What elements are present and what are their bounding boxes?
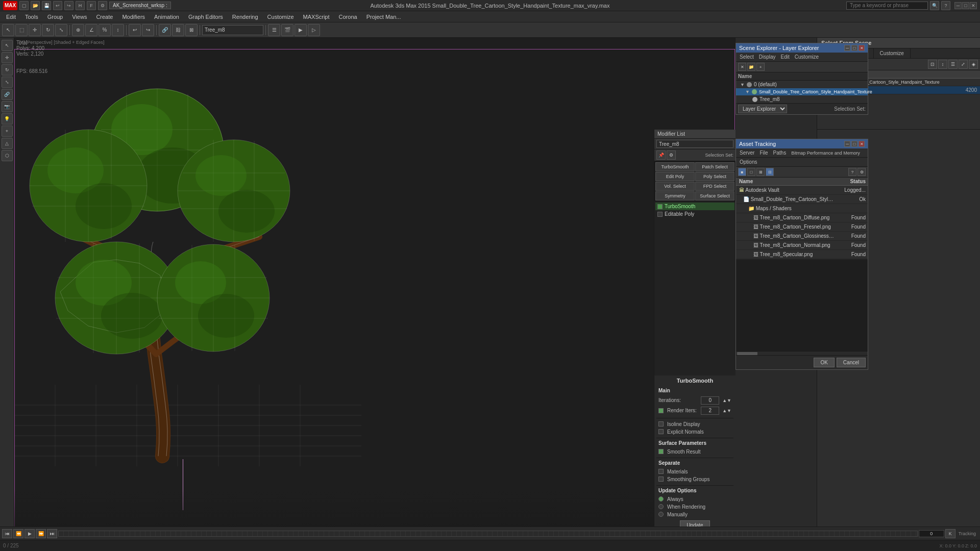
at-row-fresnel[interactable]: 🖼 Tree_m8_Cartoon_Fresnel.png Found <box>736 222 868 232</box>
maximize-btn[interactable]: □ <box>962 2 969 9</box>
lt-move[interactable]: ✛ <box>2 52 13 63</box>
close-btn[interactable]: ✕ <box>970 2 977 9</box>
se-menu-display[interactable]: Display <box>757 54 777 60</box>
scale-btn[interactable]: ⤡ <box>55 24 67 36</box>
at-menu-server[interactable]: Server <box>738 149 756 156</box>
anim-prev-frame[interactable]: ⏪ <box>13 529 23 538</box>
se-menu-select[interactable]: Select <box>738 54 755 60</box>
at-btn2[interactable]: □ <box>747 168 755 176</box>
spinner-snap-btn[interactable]: ↕ <box>112 24 124 36</box>
mod-btn-symmetry[interactable]: Symmetry <box>655 191 695 201</box>
menu-views[interactable]: Views <box>68 13 91 21</box>
at-btn1[interactable]: ■ <box>738 168 746 176</box>
se-folder-icon[interactable]: 📁 <box>747 63 755 71</box>
se-item-tree-m8[interactable]: Tree_m8 <box>736 95 868 103</box>
at-row-normal[interactable]: 🖼 Tree_m8_Cartoon_Normal.png Found <box>736 241 868 250</box>
at-maximize-btn[interactable]: □ <box>851 141 857 147</box>
lt-link[interactable]: 🔗 <box>2 89 13 100</box>
at-row-diffuse[interactable]: 🖼 Tree_m8_Cartoon_Diffuse.png Found <box>736 213 868 222</box>
lt-camera[interactable]: 📷 <box>2 101 13 112</box>
ts-iterations-input[interactable] <box>701 396 719 405</box>
anim-next-frame[interactable]: ⏩ <box>36 529 46 538</box>
filename-btn[interactable]: AK_Screenshot_wrksp : <box>109 2 171 9</box>
menu-customize[interactable]: Customize <box>263 13 298 21</box>
tb-new[interactable]: ▢ <box>19 1 29 10</box>
anim-play[interactable]: ▶ <box>24 529 35 538</box>
tb-fetch[interactable]: F <box>87 1 96 10</box>
ts-render-check[interactable] <box>658 408 664 413</box>
bind-btn[interactable]: ⊠ <box>185 24 198 36</box>
se-close-icon[interactable]: ✕ <box>738 63 746 71</box>
tb-save[interactable]: 💾 <box>42 1 51 10</box>
keyword-search[interactable] <box>846 2 928 10</box>
lt-scale[interactable]: ⤡ <box>2 77 13 88</box>
at-settings-btn[interactable]: ⚙ <box>857 168 866 176</box>
mod-btn-volselect[interactable]: Vol. Select <box>655 182 695 191</box>
lt-geo[interactable]: ⬡ <box>2 150 13 161</box>
at-help-btn[interactable]: ? <box>848 168 856 176</box>
angle-snap-btn[interactable]: ∠ <box>85 24 97 36</box>
help-icon[interactable]: ? <box>941 1 950 10</box>
anim-track[interactable] <box>58 531 918 537</box>
at-menu-bitmap[interactable]: Bitmap Performance and Memory <box>790 150 862 156</box>
mod-btn-patchselect[interactable]: Patch Select <box>695 162 734 171</box>
se-close-btn[interactable]: ✕ <box>859 45 865 51</box>
menu-maxscript[interactable]: MAXScript <box>299 13 334 21</box>
anim-key-mode[interactable]: K <box>945 529 955 538</box>
at-close-btn[interactable]: ✕ <box>859 141 865 147</box>
mod-btn-editpoly[interactable]: Edit Poly <box>655 172 695 181</box>
menu-edit[interactable]: Edit <box>2 13 20 21</box>
at-btn3[interactable]: ⊞ <box>756 168 765 176</box>
ts-sg-check[interactable] <box>658 477 664 482</box>
lt-helpers[interactable]: + <box>2 126 13 137</box>
unlink-btn[interactable]: ⛓ <box>172 24 184 36</box>
se-add-icon[interactable]: + <box>756 63 765 71</box>
mod-btn-surfaceselect[interactable]: Surface Select <box>695 191 734 201</box>
mod-btn-polyselect[interactable]: Poly Select <box>695 172 734 181</box>
st-col-filter[interactable]: ☰ <box>948 60 958 69</box>
lt-shapes[interactable]: △ <box>2 138 13 149</box>
lt-select[interactable]: ↖ <box>2 40 13 51</box>
at-row-vault[interactable]: 🏛 Autodesk Vault Logged... <box>736 186 868 195</box>
rotate-btn[interactable]: ↻ <box>42 24 54 36</box>
anim-goto-start[interactable]: ⏮ <box>2 529 12 538</box>
tb-redo[interactable]: ↪ <box>64 1 74 10</box>
render-prod-btn[interactable]: ▷ <box>308 24 320 36</box>
at-row-specular[interactable]: 🖼 Tree_m8_Specular.png Found <box>736 250 868 259</box>
at-scrollbar[interactable] <box>736 351 868 355</box>
menu-project-man[interactable]: Project Man... <box>362 13 405 21</box>
at-cancel-btn[interactable]: Cancel <box>837 358 866 367</box>
at-row-maps[interactable]: 📁 Maps / Shaders <box>736 204 868 213</box>
render-setup-btn[interactable]: 🎬 <box>281 24 293 36</box>
select-region-btn[interactable]: ⬚ <box>15 24 28 36</box>
ts-rendering-radio[interactable] <box>658 504 664 509</box>
ts-always-radio[interactable] <box>658 496 664 502</box>
at-ok-btn[interactable]: OK <box>814 358 834 367</box>
minimize-btn[interactable]: ─ <box>954 2 962 9</box>
mod-item-editpoly[interactable]: Editable Poly <box>655 210 734 218</box>
at-row-scene[interactable]: 📄 Small_Double_Tree_Cartoon_Style_Handpa… <box>736 195 868 204</box>
st-highlight[interactable]: ◈ <box>969 60 978 69</box>
menu-group[interactable]: Group <box>43 13 67 21</box>
mod-pin-btn[interactable]: 📌 <box>656 151 666 160</box>
menu-graph-editors[interactable]: Graph Editors <box>184 13 227 21</box>
at-menu-options[interactable]: Options <box>738 159 758 165</box>
at-menu-file[interactable]: File <box>758 149 769 156</box>
layer-btn[interactable]: ☰ <box>268 24 280 36</box>
tb-hold[interactable]: H <box>76 1 85 10</box>
menu-corona[interactable]: Corona <box>335 13 361 21</box>
tb-open[interactable]: 📂 <box>31 1 40 10</box>
menu-animation[interactable]: Animation <box>150 13 183 21</box>
snaps-btn[interactable]: ⊕ <box>72 24 84 36</box>
menu-create[interactable]: Create <box>92 13 117 21</box>
mod-btn-fpdselect[interactable]: FPD Select <box>695 182 734 191</box>
tb-settings[interactable]: ⚙ <box>98 1 107 10</box>
mod-item-turbosm[interactable]: TurboSmooth <box>655 203 734 210</box>
menu-modifiers[interactable]: Modifiers <box>118 13 149 21</box>
mod-check-turbosm[interactable] <box>657 204 663 209</box>
st-sort[interactable]: ↕ <box>938 60 947 69</box>
at-menu-paths[interactable]: Paths <box>772 149 788 156</box>
mod-name-input[interactable] <box>656 140 733 148</box>
se-menu-customize[interactable]: Customize <box>793 54 820 60</box>
object-name-input[interactable] <box>202 25 263 35</box>
